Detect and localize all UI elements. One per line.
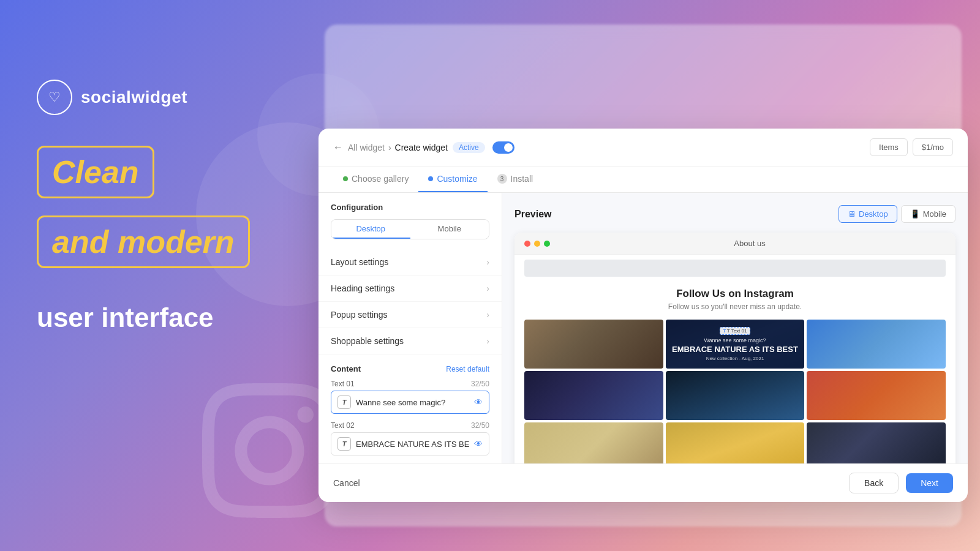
logo-area: ♡ socialwidget (37, 80, 250, 115)
preview-banner (524, 260, 946, 277)
popup-badge-label: T Text 01 (727, 328, 747, 334)
tab-customize[interactable]: Customize (418, 167, 487, 192)
preview-header: Preview 🖥 Desktop 📱 Mobile (514, 205, 956, 223)
image-cell-8 (666, 422, 805, 463)
shoppable-settings-row[interactable]: Shoppable settings › (318, 328, 502, 354)
window-dot-yellow (534, 241, 540, 247)
preview-content: Follow Us on Instagram Follow us so you'… (514, 282, 956, 463)
items-button[interactable]: Items (870, 138, 908, 156)
preview-mobile-btn[interactable]: 📱 Mobile (901, 205, 956, 223)
tab-customize-label: Customize (437, 174, 477, 184)
image-cell-5 (666, 371, 805, 420)
preview-subtitle: Follow us so you'll never miss an update… (524, 302, 946, 311)
modal-body: Configuration Desktop Mobile Layout sett… (318, 193, 968, 463)
back-button[interactable]: Back (849, 473, 899, 493)
tab-choose-gallery-label: Choose gallery (352, 174, 409, 184)
image-cell-6 (807, 371, 946, 420)
popup-settings-chevron: › (486, 310, 489, 320)
tab-active-icon (428, 176, 433, 181)
tab-install-label: Install (511, 174, 533, 184)
layout-settings-chevron: › (486, 257, 489, 267)
price-button[interactable]: $1/mo (913, 138, 953, 156)
breadcrumb-create: Create widget (395, 143, 448, 152)
preview-label: Preview (514, 209, 551, 220)
content-title: Content (331, 364, 361, 373)
layout-settings-row[interactable]: Layout settings › (318, 249, 502, 276)
field-count-text01: 32/50 (471, 380, 489, 388)
modal-header: ← All widget › Create widget Active Item… (318, 129, 968, 167)
image-cell-7 (524, 422, 663, 463)
main-modal: ← All widget › Create widget Active Item… (318, 129, 968, 502)
layout-settings-label: Layout settings (331, 257, 388, 267)
preview-desktop-label: Desktop (859, 209, 888, 219)
t-icon-text02: T (337, 437, 351, 451)
preview-desktop-btn[interactable]: 🖥 Desktop (839, 205, 897, 223)
left-panel: Configuration Desktop Mobile Layout sett… (318, 193, 502, 463)
logo-icon: ♡ (37, 80, 72, 115)
headline-box-2: and modern (37, 216, 250, 268)
breadcrumb-all[interactable]: All widget (348, 143, 385, 152)
subheading: user interface (37, 302, 250, 333)
field-header-text01: Text 01 32/50 (331, 380, 489, 388)
headline-text-2: and modern (52, 224, 235, 260)
field-group-text02: Text 02 32/50 T 👁 (331, 421, 489, 455)
preview-card: About us Follow Us on Instagram Follow u… (514, 233, 956, 463)
reset-link[interactable]: Reset default (446, 365, 489, 373)
eye-icon-text02[interactable]: 👁 (474, 439, 483, 449)
modal-footer: Cancel Back Next (318, 463, 968, 502)
image-cell-2: T T Text 01 Wanne see some magic? EMBRAC… (666, 320, 805, 369)
desktop-icon: 🖥 (848, 209, 856, 219)
active-toggle[interactable] (492, 141, 514, 154)
t-icon-text01: T (337, 395, 351, 409)
field-input-text02[interactable] (356, 440, 469, 449)
shoppable-settings-chevron: › (486, 336, 489, 346)
device-tabs: Desktop Mobile (331, 219, 489, 239)
mobile-icon: 📱 (910, 209, 920, 219)
device-tab-mobile[interactable]: Mobile (410, 220, 489, 239)
heading-settings-label: Heading settings (331, 283, 394, 293)
cancel-button[interactable]: Cancel (333, 478, 360, 488)
logo-text: socialwidget (81, 88, 187, 107)
eye-icon-text01[interactable]: 👁 (474, 397, 483, 407)
field-header-text02: Text 02 32/50 (331, 421, 489, 430)
right-panel: Preview 🖥 Desktop 📱 Mobile (502, 193, 968, 463)
tab-done-icon (343, 176, 348, 181)
window-dot-green (544, 241, 550, 247)
field-label-text02: Text 02 (331, 421, 355, 430)
content-header: Content Reset default (331, 364, 489, 373)
next-button[interactable]: Next (906, 473, 953, 493)
field-count-text02: 32/50 (471, 421, 489, 430)
image-cell-9 (807, 422, 946, 463)
field-label-text01: Text 01 (331, 380, 355, 388)
breadcrumb: All widget › Create widget (348, 143, 448, 152)
popup-badge: T T Text 01 (720, 327, 751, 335)
window-dot-red (524, 241, 530, 247)
tab-choose-gallery[interactable]: Choose gallery (333, 167, 418, 192)
preview-card-title: About us (554, 239, 946, 248)
preview-card-header: About us (514, 233, 956, 255)
popup-settings-row[interactable]: Popup settings › (318, 302, 502, 328)
heading-settings-row[interactable]: Heading settings › (318, 276, 502, 302)
image-cell-1 (524, 320, 663, 369)
popup-line2: EMBRACE NATURE AS ITS BEST (672, 345, 798, 354)
device-toggle-group: 🖥 Desktop 📱 Mobile (839, 205, 956, 223)
left-content: ♡ socialwidget Clean and modern user int… (37, 80, 250, 333)
image-cell-3 (807, 320, 946, 369)
heading-settings-chevron: › (486, 283, 489, 293)
device-tab-desktop[interactable]: Desktop (331, 220, 410, 239)
shoppable-settings-label: Shoppable settings (331, 336, 404, 346)
image-cell-4 (524, 371, 663, 420)
image-popup-overlay: T T Text 01 Wanne see some magic? EMBRAC… (666, 320, 805, 369)
popup-line3: New collection - Aug, 2021 (706, 356, 764, 361)
field-input-row-text02[interactable]: T 👁 (331, 432, 489, 455)
config-label: Configuration (318, 203, 502, 219)
popup-settings-label: Popup settings (331, 310, 388, 320)
modal-nav: Choose gallery Customize 3 Install (318, 167, 968, 193)
back-arrow-icon[interactable]: ← (333, 142, 343, 153)
content-section: Content Reset default Text 01 32/50 T 👁 (318, 354, 502, 463)
field-input-row-text01[interactable]: T 👁 (331, 391, 489, 414)
instagram-watermark (202, 383, 337, 520)
tab-install[interactable]: 3 Install (488, 167, 543, 192)
breadcrumb-separator: › (388, 143, 391, 152)
field-input-text01[interactable] (356, 398, 469, 407)
